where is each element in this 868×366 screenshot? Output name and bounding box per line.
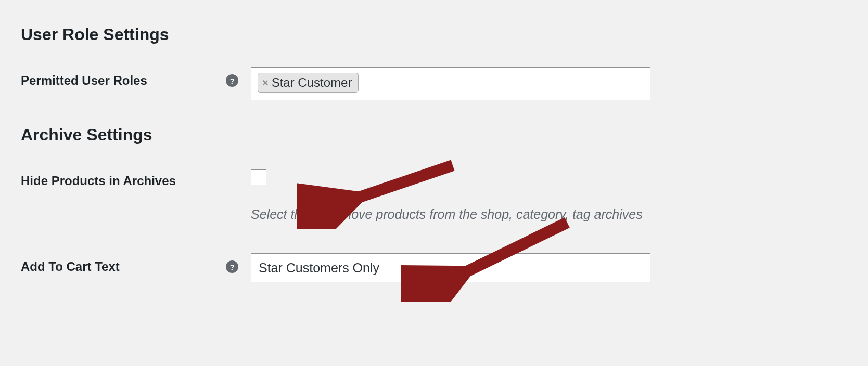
label-permitted-user-roles: Permitted User Roles <box>21 73 226 88</box>
permitted-user-roles-input[interactable]: × Star Customer <box>251 67 650 100</box>
add-to-cart-text-input[interactable] <box>251 253 650 282</box>
tag-remove-icon[interactable]: × <box>262 77 269 88</box>
row-hide-products-in-archives: Hide Products in Archives Select this to… <box>21 167 847 222</box>
label-hide-products-in-archives: Hide Products in Archives <box>21 174 245 188</box>
row-permitted-user-roles: Permitted User Roles ? × Star Customer <box>21 67 847 100</box>
help-icon[interactable]: ? <box>226 260 238 273</box>
tag-label: Star Customer <box>272 75 352 90</box>
hide-in-archives-checkbox[interactable] <box>251 169 266 185</box>
label-add-to-cart-text: Add To Cart Text <box>21 259 226 274</box>
hide-in-archives-description: Select this to remove products from the … <box>251 207 650 222</box>
section-title-user-role-settings: User Role Settings <box>21 25 847 44</box>
row-add-to-cart-text: Add To Cart Text ? <box>21 253 847 282</box>
tag-star-customer: × Star Customer <box>258 73 359 93</box>
section-title-archive-settings: Archive Settings <box>21 125 847 145</box>
help-icon[interactable]: ? <box>226 74 238 87</box>
